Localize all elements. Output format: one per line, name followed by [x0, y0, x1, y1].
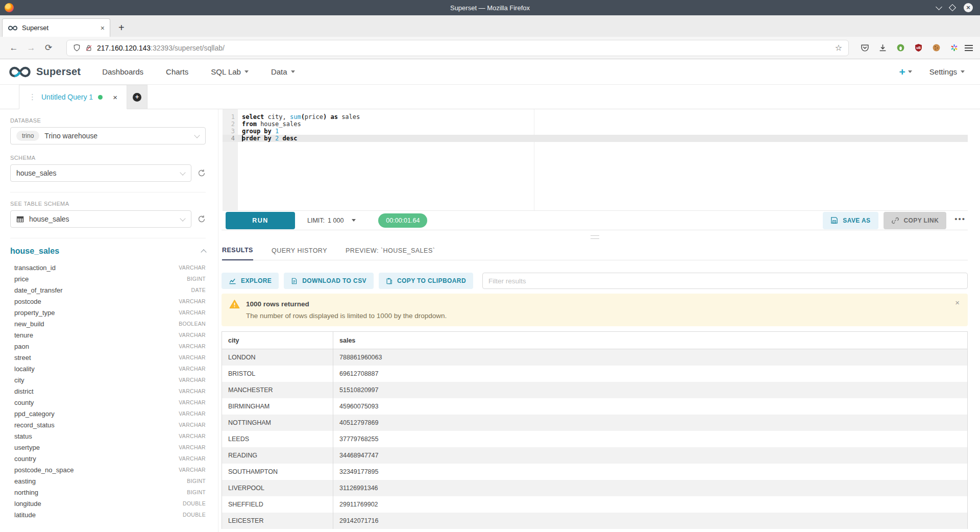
filter-results-input[interactable]	[482, 273, 968, 289]
column-row[interactable]: countyVARCHAR	[10, 397, 206, 408]
table-row[interactable]: LEICESTER29142071716	[222, 513, 968, 529]
table-name-heading[interactable]: house_sales	[10, 247, 59, 256]
new-tab-button[interactable]: +	[118, 22, 125, 34]
column-type: VARCHAR	[179, 366, 206, 372]
tab-close-icon[interactable]: ×	[101, 24, 105, 32]
nav-item-data[interactable]: Data	[271, 67, 295, 76]
run-button[interactable]: RUN	[226, 212, 295, 229]
column-row[interactable]: usertypeVARCHAR	[10, 442, 206, 453]
column-row[interactable]: longitudeDOUBLE	[10, 498, 206, 509]
table-row[interactable]: LEEDS37779768255	[222, 431, 968, 447]
tab-preview-house-sales[interactable]: PREVIEW: `HOUSE_SALES`	[346, 247, 435, 260]
tab-query-history[interactable]: QUERY HISTORY	[272, 247, 327, 260]
query-tab-close-icon[interactable]: ×	[113, 93, 117, 102]
extension-icon[interactable]	[949, 43, 959, 53]
reload-icon[interactable]: ⟳	[42, 42, 55, 53]
table-row[interactable]: SHEFFIELD29911769902	[222, 496, 968, 513]
table-select[interactable]: house_sales	[10, 210, 191, 228]
add-new-button[interactable]: +	[899, 66, 912, 78]
add-query-tab-button[interactable]: +	[127, 85, 148, 109]
column-row[interactable]: transaction_idVARCHAR	[10, 262, 206, 273]
refresh-table-icon[interactable]	[198, 215, 206, 223]
column-name: city	[14, 376, 179, 384]
column-row[interactable]: priceBIGINT	[10, 273, 206, 284]
chevron-up-icon[interactable]	[201, 249, 206, 255]
column-row[interactable]: latitudeDOUBLE	[10, 509, 206, 520]
column-row[interactable]: postcode_no_spaceVARCHAR	[10, 464, 206, 475]
column-header-sales[interactable]: sales	[333, 332, 968, 349]
table-row[interactable]: LONDON788861960063	[222, 349, 968, 366]
superset-brand[interactable]: Superset	[8, 66, 81, 78]
tab-results[interactable]: RESULTS	[222, 247, 253, 260]
nav-item-sql-lab[interactable]: SQL Lab	[211, 67, 249, 76]
ublock-icon[interactable]: uB	[914, 43, 923, 53]
column-header-city[interactable]: city	[222, 332, 333, 349]
column-row[interactable]: record_statusVARCHAR	[10, 419, 206, 430]
close-alert-button[interactable]: ×	[955, 298, 960, 307]
column-row[interactable]: paonVARCHAR	[10, 341, 206, 352]
download-to-csv-button[interactable]: DOWNLOAD TO CSV	[284, 273, 374, 289]
window-maximize-icon[interactable]	[949, 4, 956, 11]
more-options-button[interactable]: •••	[954, 214, 966, 223]
column-row[interactable]: streetVARCHAR	[10, 352, 206, 363]
column-name: record_status	[14, 421, 179, 429]
clipboard-icon	[386, 277, 393, 285]
sql-editor[interactable]: 1234 select city, sum(price) as salesfro…	[223, 109, 968, 211]
column-row[interactable]: statusVARCHAR	[10, 430, 206, 442]
privacy-badger-icon[interactable]	[896, 43, 905, 53]
window-minimize-icon[interactable]	[936, 4, 942, 10]
column-row[interactable]: new_buildBOOLEAN	[10, 318, 206, 329]
schema-select[interactable]: house_sales	[10, 164, 191, 182]
table-row[interactable]: MANCHESTER51510820997	[222, 382, 968, 398]
column-row[interactable]: date_of_transferDATE	[10, 284, 206, 296]
drag-handle-icon[interactable]: ⋮	[29, 92, 36, 102]
database-value: Trino warehouse	[44, 132, 97, 140]
column-row[interactable]: tenureVARCHAR	[10, 329, 206, 341]
refresh-schema-icon[interactable]	[198, 169, 206, 177]
limit-dropdown[interactable]: LIMIT: 1 000	[307, 217, 356, 224]
window-close-icon[interactable]: ×	[964, 3, 973, 12]
query-tab-active[interactable]: ⋮ Untitled Query 1 ×	[19, 85, 127, 109]
table-row[interactable]: NOTTINGHAM40512797869	[222, 415, 968, 431]
editor-gutter: 1234	[223, 109, 238, 210]
pocket-icon[interactable]	[860, 43, 869, 53]
pane-splitter[interactable]	[222, 230, 968, 244]
nav-item-dashboards[interactable]: Dashboards	[102, 67, 143, 76]
table-row[interactable]: READING34468947747	[222, 447, 968, 464]
database-select[interactable]: trino Trino warehouse	[10, 127, 206, 144]
table-row[interactable]: LIVERPOOL31126991346	[222, 480, 968, 496]
column-row[interactable]: countryVARCHAR	[10, 453, 206, 464]
browser-tab[interactable]: Superset ×	[2, 18, 110, 37]
url-field[interactable]: 217.160.120.143:32393/superset/sqllab/ ☆	[66, 40, 849, 56]
code-line: from house_sales	[242, 120, 968, 128]
column-row[interactable]: districtVARCHAR	[10, 385, 206, 397]
table-row[interactable]: BIRMINGHAM45960075093	[222, 398, 968, 415]
editor-code[interactable]: select city, sum(price) as salesfrom hou…	[238, 109, 968, 210]
forward-icon[interactable]: →	[24, 43, 38, 53]
settings-menu[interactable]: Settings	[929, 67, 965, 76]
column-row[interactable]: property_typeVARCHAR	[10, 307, 206, 318]
column-row[interactable]: ppd_categoryVARCHAR	[10, 408, 206, 419]
shield-icon[interactable]	[73, 44, 81, 52]
back-icon[interactable]: ←	[7, 43, 20, 53]
explore-button[interactable]: EXPLORE	[222, 273, 279, 289]
table-row[interactable]: SOUTHAMPTON32349177895	[222, 464, 968, 480]
copy-link-button[interactable]: COPY LINK	[884, 212, 947, 229]
save-as-button[interactable]: SAVE AS	[823, 212, 878, 229]
nav-item-charts[interactable]: Charts	[166, 67, 188, 76]
lock-crossed-icon[interactable]	[85, 44, 92, 52]
column-row[interactable]: postcodeVARCHAR	[10, 296, 206, 307]
column-row[interactable]: eastingBIGINT	[10, 475, 206, 487]
column-type: VARCHAR	[179, 343, 206, 349]
cookie-icon[interactable]	[932, 43, 941, 53]
copy-to-clipboard-button[interactable]: COPY TO CLIPBOARD	[379, 273, 473, 289]
column-row[interactable]: northingBIGINT	[10, 487, 206, 498]
column-row[interactable]: cityVARCHAR	[10, 374, 206, 385]
menu-icon[interactable]	[965, 45, 973, 51]
table-row[interactable]: BRISTOL69612708887	[222, 366, 968, 382]
bookmark-star-icon[interactable]: ☆	[835, 43, 842, 53]
download-icon[interactable]	[878, 43, 887, 53]
column-row[interactable]: localityVARCHAR	[10, 363, 206, 374]
column-name: easting	[14, 477, 187, 485]
column-name: date_of_transfer	[14, 286, 191, 294]
